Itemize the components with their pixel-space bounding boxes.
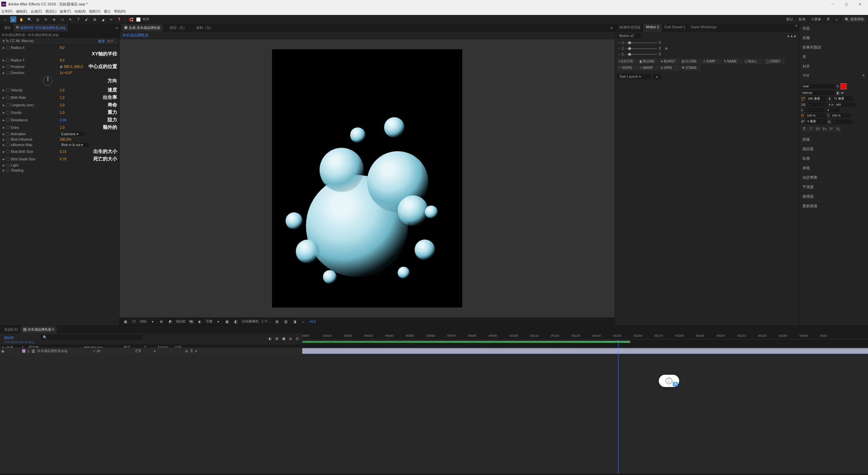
anchor-icon[interactable]: ⊕ <box>665 47 668 50</box>
rotate-tool[interactable]: ↻ <box>43 16 49 22</box>
italic-button[interactable]: T <box>808 126 814 131</box>
tab-morph[interactable]: Super Morphings <box>688 24 719 32</box>
motion-btn-burst[interactable]: ✦BURST <box>659 58 680 64</box>
menu-effect[interactable]: 效果(T) <box>60 9 71 14</box>
timeline-search[interactable] <box>41 335 143 340</box>
motion-btn-stare[interactable]: 👁STARE <box>680 65 701 71</box>
slider-1[interactable]: ‹0 <box>615 40 799 46</box>
camera-dropdown[interactable]: 活动摄像机 <box>242 319 259 324</box>
res-dropdown[interactable]: 完整 <box>206 319 213 324</box>
fx-prop-animation[interactable]: ►AnimationExplosive ▾ <box>0 131 119 137</box>
ws-small[interactable]: 小屏幕 <box>811 17 821 22</box>
zoom-value[interactable]: 50% <box>140 320 147 323</box>
exposure-icon[interactable]: ☼ <box>300 318 306 324</box>
ws-default[interactable]: 默认 <box>786 17 793 22</box>
superscript-button[interactable]: T¹ <box>828 126 834 131</box>
panel-smoother[interactable]: 平滑器 <box>799 182 868 192</box>
fill-over[interactable]: ▾ <box>826 108 840 112</box>
stroke-width[interactable]: — <box>804 108 825 112</box>
tl-opt5[interactable]: ⊡ <box>294 335 300 341</box>
menu-help[interactable]: 帮助(H) <box>114 9 126 14</box>
fx-prop-influence-map[interactable]: ►Influence MapBlob in & out ▾ <box>0 142 119 148</box>
motion-btn-jump[interactable]: ↗JUMP <box>701 58 722 64</box>
motion-btn-excite[interactable]: +EXCITE <box>617 58 637 64</box>
tl-opt2[interactable]: ⊞ <box>274 335 280 341</box>
comp-panel-menu[interactable]: ≡ <box>611 26 613 30</box>
menu-window[interactable]: 窗口 <box>104 9 111 14</box>
motion-btn-orbit[interactable]: ◯ORBIT <box>764 58 785 64</box>
puppet-tool[interactable]: 📍 <box>116 16 122 22</box>
panel-menu[interactable]: ≡ <box>116 26 118 30</box>
panel-audio[interactable]: 音频 <box>799 33 868 43</box>
tab-motion2[interactable]: Motion 2 <box>643 24 662 32</box>
fx-about[interactable]: 关于… <box>107 39 117 43</box>
fx-item-header[interactable]: ▼fxCC Mr. Mercury 重置 关于… <box>0 38 119 45</box>
kerning[interactable]: — <box>807 103 827 107</box>
snap-icon[interactable]: 🧲 <box>128 16 134 22</box>
grid-icon[interactable]: ⊞ <box>158 318 164 324</box>
layer-row[interactable]: ◉ 1 🖼 冰水成品调色后.png ♯ /fx 正常 ▾ ⊚ 无 ▾ <box>0 348 868 354</box>
panel-tracker[interactable]: 跟踪器 <box>799 144 868 154</box>
fx-prop-direction[interactable]: ►Direction1x +0.0° <box>0 70 119 75</box>
panel-info[interactable]: 信息 <box>799 24 868 33</box>
task-run-button[interactable]: ▸ <box>653 74 661 79</box>
floating-widget[interactable]: 英 <box>659 375 679 387</box>
fx-prop-radius-x[interactable]: ►Radius X8.0 <box>0 45 119 50</box>
tab-layer[interactable]: 图层（无） <box>167 24 189 32</box>
menu-view[interactable]: 视图(V) <box>89 9 100 14</box>
menu-file[interactable]: 文件(F) <box>1 9 13 14</box>
tab-effect-controls[interactable]: fx效果控件 冰水成品调色后.png <box>14 24 68 32</box>
hand-tool[interactable]: ✋ <box>18 16 24 22</box>
parent-pick-icon[interactable]: ⊚ <box>185 349 188 353</box>
roto-tool[interactable]: ✂ <box>108 16 114 22</box>
ws-more[interactable]: » <box>835 18 837 21</box>
tl-opt4[interactable]: ◎ <box>287 335 293 341</box>
mask-icon[interactable]: ◩ <box>167 318 173 324</box>
monitor-icon[interactable]: 🖵 <box>131 318 137 324</box>
fill-color[interactable] <box>840 83 847 89</box>
maximize-button[interactable]: ▢ <box>839 0 853 8</box>
tsume[interactable]: — <box>832 120 853 124</box>
view3-icon[interactable]: ◨ <box>291 318 297 324</box>
work-area-bar[interactable] <box>302 341 630 343</box>
fx-prop-gravity[interactable]: ►Gravity1.0重力 <box>0 109 119 116</box>
motion-btn-null[interactable]: ◇NULL <box>743 58 764 64</box>
tab-comp[interactable]: ▦合成 冰水成品调色后 <box>122 24 163 32</box>
stamp-tool[interactable]: ⊞ <box>92 16 98 22</box>
transparency-icon[interactable]: ▦ <box>224 318 230 324</box>
tl-opt3[interactable]: ▣ <box>281 335 287 341</box>
fx-prop-resistance[interactable]: ►Resistance0.00阻力 <box>0 116 119 124</box>
fx-prop-light[interactable]: ►Light <box>0 163 119 168</box>
tl-opt1[interactable]: ◐ <box>267 335 273 341</box>
viewer[interactable] <box>120 39 615 317</box>
motion-btn-warp[interactable]: ⤳WARP <box>638 65 658 71</box>
menu-anim[interactable]: 动画(A) <box>74 9 86 14</box>
3d-icon[interactable]: ◧ <box>233 318 239 324</box>
tab-footage[interactable]: 素材（无） <box>194 24 216 32</box>
menu-edit[interactable]: 编辑(E) <box>16 9 27 14</box>
subscript-button[interactable]: T₁ <box>835 126 841 131</box>
layer-visible-icon[interactable]: ◉ <box>1 349 4 353</box>
panel-wiggler[interactable]: 摇摆器 <box>799 192 868 201</box>
snap-checkbox[interactable] <box>136 17 141 22</box>
fx-enable-icon[interactable]: fx <box>6 39 9 44</box>
time-ruler[interactable]: 0000000100002000030000400005000060000700… <box>302 333 868 339</box>
view2-icon[interactable]: ▥ <box>283 318 289 324</box>
font-size[interactable]: 285 像素 <box>807 96 827 101</box>
eyedropper-icon[interactable]: ✎ <box>836 85 839 88</box>
menu-layer[interactable]: 图层(L) <box>46 9 56 14</box>
fx-prop-producer[interactable]: ►Producer⊕ 585.5, 800.0中心点的位置 <box>0 63 119 70</box>
preset-dropdown[interactable]: Motion v2 <box>617 33 641 38</box>
res-icon[interactable]: ▾ <box>149 318 156 324</box>
pen-tool[interactable]: ✎ <box>67 16 73 22</box>
fx-prop-radius-y[interactable]: ►Radius Y8.0 <box>0 58 119 63</box>
playhead[interactable] <box>618 339 618 348</box>
motion-btn-name[interactable]: ✎NAME <box>722 58 743 64</box>
panel-paragraph[interactable]: 段落 <box>799 135 868 144</box>
fx-prop-birth-rate[interactable]: ►Birth Rate1.0出生率 <box>0 94 119 101</box>
minimize-button[interactable]: ─ <box>826 0 839 8</box>
fx-prop-velocity[interactable]: ►Velocity1.0速度 <box>0 86 119 94</box>
type-tool[interactable]: T <box>75 16 82 22</box>
baseline[interactable]: 0 像素 <box>806 119 826 124</box>
channel-icon[interactable]: ◐ <box>197 318 203 324</box>
